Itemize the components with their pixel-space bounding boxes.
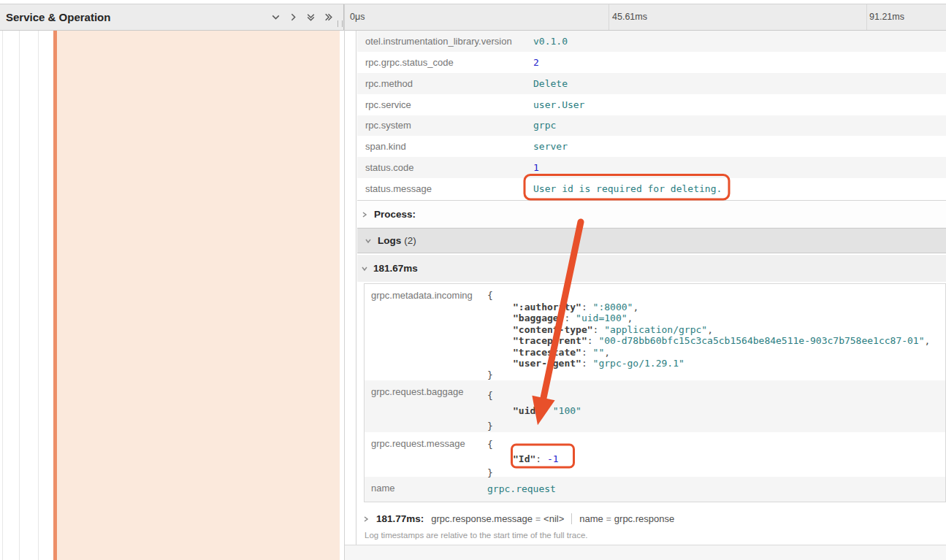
- tag-key: otel.instrumentation_library.version: [365, 36, 533, 47]
- ruler-tick-line: [609, 4, 609, 30]
- tag-value: User id is required for deleting.: [533, 183, 722, 194]
- ruler-tick-label: 91.21ms: [869, 4, 904, 30]
- tag-key: status.message: [365, 183, 533, 194]
- log-fields-table: grpc.metadata.incoming{":authority": ":8…: [364, 283, 946, 502]
- tag-row: span.kindserver: [357, 136, 946, 157]
- log-summary-pair: grpc.response.message=<nil>: [431, 513, 564, 524]
- json-line: {: [487, 290, 930, 302]
- service-operation-title: Service & Operation: [6, 4, 110, 30]
- log-field-value: grpc.request: [487, 477, 556, 502]
- chevron-down-icon[interactable]: [270, 12, 281, 23]
- log-field-row: grpc.metadata.incoming{":authority": ":8…: [365, 284, 945, 380]
- span-tags-table: otel.instrumentation_library.versionv0.1…: [357, 31, 946, 199]
- logs-accordion[interactable]: Logs (2): [357, 228, 946, 253]
- chevron-right-icon: [361, 211, 368, 218]
- collapsed-log-entry[interactable]: 181.77ms: grpc.response.message=<nil>nam…: [357, 509, 946, 529]
- next-row-strip: [345, 545, 946, 560]
- json-line: "traceparent": "00-d78bb60bfc15c3ca5cb15…: [487, 335, 930, 347]
- panel-divider[interactable]: [344, 4, 345, 560]
- tag-key: status.code: [365, 162, 533, 173]
- ruler-tick-line: [866, 4, 867, 30]
- tag-key: span.kind: [365, 141, 533, 152]
- tag-value: v0.1.0: [533, 36, 568, 47]
- chevron-down-icon: [361, 265, 368, 272]
- tag-row: otel.instrumentation_library.versionv0.1…: [357, 31, 946, 52]
- log-field-row: namegrpc.request: [365, 477, 945, 502]
- json-line: {: [487, 437, 559, 452]
- tag-value: 1: [533, 162, 539, 173]
- tag-value: Delete: [533, 78, 568, 89]
- column-resizer-grip[interactable]: [337, 20, 343, 27]
- timeline-ruler[interactable]: 0μs 45.61ms 91.21ms: [345, 4, 946, 30]
- logs-count: (2): [404, 235, 416, 246]
- tag-key: rpc.system: [365, 120, 533, 131]
- json-line: "Id": -1: [487, 452, 559, 467]
- log-summary-pair: name=grpc.response: [579, 513, 674, 524]
- tag-row: status.messageUser id is required for de…: [357, 178, 946, 199]
- json-line: "tracestate": "",: [487, 347, 930, 358]
- logs-label: Logs: [378, 235, 401, 246]
- indent-guide: [38, 31, 39, 560]
- log-field-value: {"uid": "100"}: [487, 380, 581, 432]
- chevron-right-icon[interactable]: [288, 12, 299, 23]
- service-operation-header: Service & Operation: [0, 4, 344, 30]
- tag-row: rpc.systemgrpc: [357, 115, 946, 137]
- json-line: "content-type": "application/grpc",: [487, 324, 930, 336]
- log-summary-pairs: grpc.response.message=<nil>name=grpc.res…: [424, 513, 674, 524]
- ruler-tick-label: 0μs: [350, 4, 365, 30]
- indent-guide: [2, 31, 3, 560]
- json-line: ":authority": ":8000",: [487, 302, 930, 313]
- double-chevron-down-icon[interactable]: [305, 12, 316, 23]
- trace-timeline-view: Service & Operation 0μs 45.61ms: [0, 0, 946, 560]
- indent-guide: [19, 31, 20, 560]
- log-field-key: grpc.request.message: [365, 432, 487, 477]
- span-tree-panel: [0, 31, 344, 560]
- json-line: }: [487, 369, 930, 381]
- chevron-right-icon: [362, 515, 370, 523]
- tag-value: user.User: [533, 99, 584, 110]
- tag-value: server: [533, 141, 568, 152]
- ruler-tick-label: 45.61ms: [612, 4, 647, 30]
- expand-collapse-controls: [270, 4, 334, 30]
- log-timestamp: 181.67ms: [373, 263, 418, 274]
- json-line: "uid": "100": [487, 403, 581, 418]
- tag-value: 2: [533, 57, 539, 68]
- log-timestamps-note: Log timestamps are relative to the start…: [365, 531, 588, 540]
- tag-key: rpc.grpc.status_code: [365, 57, 533, 68]
- span-detail-left-border: [356, 31, 356, 545]
- tag-row: rpc.serviceuser.User: [357, 94, 946, 115]
- json-line: }: [487, 418, 581, 434]
- tag-key: rpc.method: [365, 78, 533, 89]
- process-accordion[interactable]: Process:: [357, 200, 946, 228]
- tag-key: rpc.service: [365, 99, 533, 110]
- tag-row: rpc.methodDelete: [357, 73, 946, 94]
- log-field-key: grpc.request.baggage: [365, 380, 487, 432]
- tag-row: rpc.grpc.status_code2: [357, 52, 946, 73]
- json-line: "user-agent": "grpc-go/1.29.1": [487, 358, 930, 369]
- json-line: "baggage": "uid=100",: [487, 312, 930, 324]
- log-entry-header[interactable]: 181.67ms: [357, 255, 946, 282]
- selected-span-row[interactable]: [53, 31, 340, 560]
- chevron-down-icon: [365, 237, 372, 245]
- log-field-row: grpc.request.message{"Id": -1}: [365, 432, 945, 477]
- log-field-row: grpc.request.baggage{"uid": "100"}: [365, 380, 945, 432]
- tag-value: grpc: [533, 120, 556, 131]
- log-field-value: {":authority": ":8000","baggage": "uid=1…: [487, 284, 930, 380]
- timeline-header: Service & Operation 0μs 45.61ms: [0, 4, 946, 31]
- log-field-key: name: [365, 477, 487, 502]
- divider: [571, 513, 572, 524]
- json-line: {: [487, 388, 581, 403]
- json-line: grpc.request: [487, 483, 556, 494]
- log-field-key: grpc.metadata.incoming: [365, 284, 487, 380]
- log-timestamp: 181.77ms:: [376, 513, 424, 524]
- tag-row: status.code1: [357, 157, 946, 178]
- log-field-value: {"Id": -1}: [487, 432, 559, 477]
- double-chevron-right-icon[interactable]: [323, 12, 334, 23]
- process-label: Process:: [374, 209, 416, 220]
